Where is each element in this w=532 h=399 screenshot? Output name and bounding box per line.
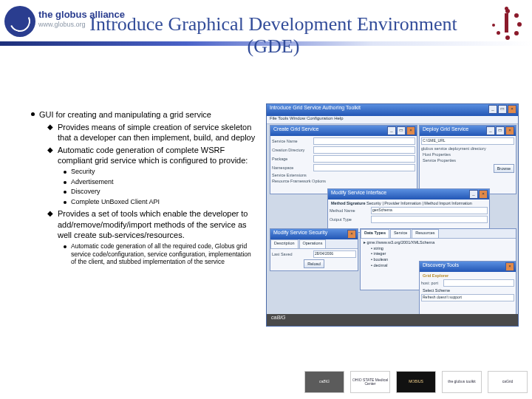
bullet-l3: Complete UnBoxed Client API [64, 198, 256, 207]
bullet-l3: Security [64, 168, 256, 177]
panel-create-service: Create Grid Service_▭× Service Name Crea… [270, 125, 417, 194]
panel-title: Deploy Grid Service_▭× [420, 126, 516, 136]
main-window-title: Introduce Grid Service Authoring Toolkit… [267, 104, 518, 116]
panel-deploy: Deploy Grid Service_▭× C:\GME_URL globus… [419, 125, 516, 194]
panel-security: Modify Service Security× DescriptionOper… [270, 228, 358, 271]
logo-mobius: MOBIUS [396, 371, 436, 393]
bullet-l2: ◆Provides means of simple creation of se… [47, 122, 256, 143]
max-icon: ▭ [498, 105, 507, 114]
bullet-l2: ◆Provides a set of tools which enable th… [47, 208, 256, 239]
bullet-l3: Automatic code generation of all the req… [64, 242, 256, 267]
panel-modify: Modify Service Interface_× Method Signat… [327, 188, 490, 233]
bullet-l3: Advertisement [64, 178, 256, 187]
panel-discovery: Discovery Tools× Grid Explorer host: por… [419, 261, 516, 316]
gde-screenshot: Introduce Grid Service Authoring Toolkit… [266, 103, 519, 327]
max-icon: ▭ [397, 126, 406, 135]
panel-title: Discovery Tools× [420, 262, 516, 272]
min-icon: _ [488, 105, 497, 114]
close-icon: × [505, 126, 514, 135]
close-icon: × [406, 126, 415, 135]
slide-title: Introduce Graphical Development Environm… [74, 13, 473, 58]
close-icon: × [347, 230, 356, 239]
close-icon: × [508, 105, 516, 114]
panel-title: Create Grid Service_▭× [270, 126, 417, 136]
bullet-l3: Discovery [64, 188, 256, 197]
min-icon: _ [486, 126, 495, 135]
menu-bar: File Tools Window Configuration Help [267, 116, 518, 124]
panel-title: Modify Service Security× [270, 229, 358, 239]
reload-button: Reload [304, 259, 324, 268]
footer-logos: caBIG OHIO STATE Medical Center MOBIUS t… [296, 369, 528, 395]
cabig-bar: caBIG [267, 314, 518, 326]
bullet-l2: ◆Automatic code generation of complete W… [47, 145, 256, 166]
panel-title: Modify Service Interface_× [328, 189, 489, 200]
min-icon: _ [469, 190, 478, 199]
bullet-column: GUI for creating and manipulating a grid… [31, 109, 256, 267]
ci-logo [489, 3, 528, 41]
logo-globus-toolkit: the globus toolkit [442, 371, 482, 393]
close-icon: × [479, 190, 488, 199]
logo-cagrid: caGrid [488, 371, 528, 393]
bullet-l1: GUI for creating and manipulating a grid… [31, 109, 256, 120]
logo-cabig: caBIG [304, 371, 344, 393]
min-icon: _ [387, 126, 396, 135]
close-icon: × [505, 262, 514, 271]
max-icon: ▭ [496, 126, 505, 135]
browse-button: Browse [494, 164, 514, 173]
logo-ohio-state: OHIO STATE Medical Center [350, 371, 390, 393]
